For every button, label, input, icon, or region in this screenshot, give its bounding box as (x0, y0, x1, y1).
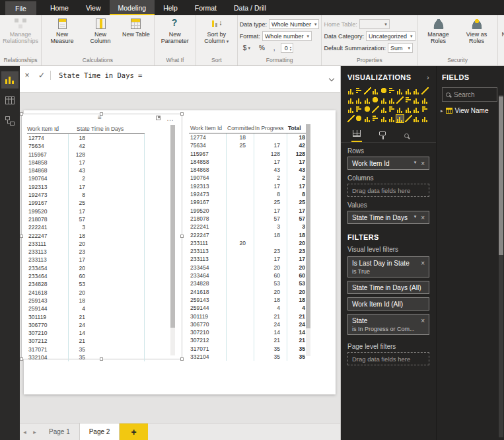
r-script-visual-icon[interactable] (396, 106, 404, 113)
clustered-column-chart-icon[interactable] (372, 87, 379, 94)
table-icon[interactable] (388, 106, 396, 113)
custom-visual-8-icon[interactable] (413, 115, 420, 122)
sort-by-column-button[interactable]: Sort by Column ▾ (198, 17, 235, 45)
tab-modeling[interactable]: Modeling (110, 0, 155, 15)
next-page-icon[interactable]: ▸ (30, 423, 40, 440)
matrix-icon[interactable] (396, 115, 404, 122)
report-canvas[interactable]: ≡ … Work Item Id State Time in Days 1277… (20, 92, 340, 423)
column-header[interactable]: Committed (226, 124, 254, 133)
arcgis-map-icon[interactable] (405, 106, 412, 113)
currency-format-button[interactable]: $▾ (240, 43, 254, 53)
column-header[interactable]: In Progress (254, 124, 287, 133)
python-visual-icon[interactable] (421, 106, 429, 113)
visual2-scrollbar[interactable] (306, 124, 310, 356)
100-stacked-column-chart-icon[interactable] (388, 87, 396, 94)
decimal-places-stepper[interactable]: 0 ▴▾ (281, 43, 294, 53)
filled-map-icon[interactable] (413, 96, 420, 104)
model-view-button[interactable] (1, 112, 18, 129)
custom-visual-5-icon[interactable] (380, 115, 388, 122)
ribbon-chart-icon[interactable] (355, 96, 363, 104)
page-tab-2[interactable]: Page 2 (79, 423, 120, 440)
tab-data-drill[interactable]: Data / Drill (225, 0, 275, 15)
filter-card-state[interactable]: State× is In Progress or Com... (347, 314, 429, 335)
custom-visual-7-icon[interactable] (405, 115, 412, 122)
column-header[interactable]: Work Item Id (27, 125, 68, 133)
custom-visual-3-icon[interactable] (364, 115, 371, 122)
card-icon[interactable] (355, 106, 363, 113)
remove-filter-icon[interactable]: × (421, 317, 425, 324)
analytics-pane-tab[interactable] (403, 128, 410, 142)
pie-chart-icon[interactable] (380, 96, 388, 104)
formula-cancel-icon[interactable]: × (20, 71, 34, 80)
custom-visual-2-icon[interactable] (355, 115, 363, 122)
filter-card-work-item-id[interactable]: Work Item Id (All) (347, 297, 429, 311)
stacked-area-chart-icon[interactable] (413, 87, 420, 94)
default-summarization-select[interactable]: Sum▾ (388, 43, 413, 53)
remove-field-icon[interactable]: × (421, 214, 425, 221)
report-view-button[interactable] (1, 71, 18, 89)
filter-card-state-time-in-days[interactable]: State Time in Days (All) (347, 281, 429, 294)
stacked-column-chart-icon[interactable] (355, 87, 363, 94)
map-icon[interactable] (405, 96, 412, 104)
tab-format[interactable]: Format (186, 0, 225, 15)
dropdown-arrow-icon[interactable]: ▾ (414, 160, 417, 167)
stacked-bar-chart-icon[interactable] (347, 87, 355, 94)
formula-commit-icon[interactable]: ✓ (34, 71, 49, 80)
prev-page-icon[interactable]: ◂ (20, 423, 30, 440)
filter-card-is-last-day-in-state[interactable]: Is Last Day in State× is True (347, 256, 429, 277)
multi-row-card-icon[interactable] (364, 106, 371, 113)
data-category-select[interactable]: Uncategorized▾ (366, 31, 415, 41)
values-field-pill[interactable]: State Time in Days ▾× (347, 211, 429, 224)
format-pane-tab[interactable] (378, 128, 387, 142)
new-table-button[interactable]: New Table (120, 17, 152, 38)
custom-visual-4-icon[interactable] (372, 115, 379, 122)
gauge-icon[interactable] (347, 106, 355, 113)
data-type-select[interactable]: Whole Number▾ (269, 19, 320, 29)
view-as-roles-button[interactable]: View as Roles (458, 17, 495, 45)
rows-field-pill[interactable]: Work Item Id ▾× (347, 157, 429, 170)
page-filters-drop-zone[interactable]: Drag data fields here (347, 352, 429, 365)
dropdown-arrow-icon[interactable]: ▾ (414, 214, 417, 221)
manage-relationships-button[interactable]: Manage Relationships (2, 17, 39, 45)
clustered-bar-chart-icon[interactable] (364, 87, 371, 94)
report-page[interactable]: ≡ … Work Item Id State Time in Days 1277… (24, 110, 336, 394)
expand-table-icon[interactable]: ▸ (441, 108, 443, 114)
field-item-view-name[interactable]: ▸ View Name (437, 102, 504, 118)
tab-home[interactable]: Home (42, 0, 77, 15)
column-header[interactable]: Work Item Id (189, 124, 226, 133)
shape-map-icon[interactable] (413, 106, 420, 113)
data-view-button[interactable] (1, 92, 18, 109)
format-select[interactable]: Whole number▾ (262, 31, 312, 41)
new-page-button[interactable]: + (120, 423, 147, 440)
formula-expand-icon[interactable] (330, 71, 334, 83)
visual1-scrollbar[interactable] (170, 125, 175, 355)
remove-field-icon[interactable]: × (421, 160, 425, 167)
visual-options-icon[interactable]: … (166, 116, 174, 120)
matrix-visual-2[interactable]: Work Item Id Committed In Progress Total… (186, 114, 310, 359)
tab-view[interactable]: View (77, 0, 110, 15)
page-tab-1[interactable]: Page 1 (40, 423, 79, 440)
fields-scrollbar[interactable] (499, 95, 503, 437)
fields-pane-tab[interactable] (351, 128, 362, 142)
waterfall-chart-icon[interactable] (364, 96, 371, 104)
collapse-panel-icon[interactable]: › (427, 73, 429, 81)
matrix-visual-1[interactable]: ≡ … Work Item Id State Time in Days 1277… (21, 114, 182, 359)
scatter-chart-icon[interactable] (372, 96, 379, 104)
line-and-clustered-column-chart-icon[interactable] (347, 96, 355, 104)
remove-filter-icon[interactable]: × (421, 260, 425, 267)
columns-drop-zone[interactable]: Drag data fields here (347, 184, 429, 197)
new-parameter-button[interactable]: New Parameter (157, 17, 194, 45)
funnel-icon[interactable] (421, 96, 429, 104)
manage-roles-button[interactable]: Manage Roles (420, 17, 457, 45)
new-measure-button[interactable]: New Measure (44, 17, 81, 45)
tab-help[interactable]: Help (155, 0, 186, 15)
formula-input[interactable]: State Time in Days = (59, 71, 142, 79)
get-more-visuals-icon[interactable] (421, 115, 429, 122)
100-stacked-bar-chart-icon[interactable] (380, 87, 388, 94)
focus-mode-icon[interactable] (156, 116, 161, 120)
percent-format-button[interactable]: % (256, 43, 268, 53)
new-column-button[interactable]: New Column (82, 17, 119, 45)
search-input[interactable]: Search (442, 87, 497, 102)
custom-visual-6-icon[interactable] (388, 115, 396, 122)
kpi-icon[interactable] (372, 106, 379, 113)
